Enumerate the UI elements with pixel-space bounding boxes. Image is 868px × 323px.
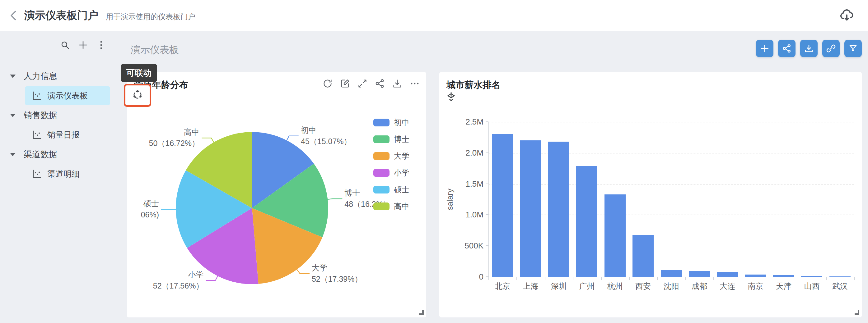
- main-area: 演示仪表板 学历年龄分布 初中45（15.07%）博士48（16.2%）大学52…: [117, 31, 868, 323]
- x-tick-mark: [742, 277, 742, 280]
- y-tick-mark: [486, 214, 489, 215]
- bar-杭州[interactable]: [604, 194, 626, 277]
- pie-label-line: [202, 138, 214, 143]
- tree-item-演示仪表板[interactable]: 演示仪表板: [25, 86, 110, 105]
- x-category-label: 西安: [629, 281, 657, 291]
- linkage-highlight-box[interactable]: [124, 84, 151, 107]
- bar-chart: salary0500K1.0M1.5M2.0M2.5M北京上海深圳广州杭州西安沈…: [439, 72, 862, 317]
- legend-label: 大学: [394, 151, 409, 161]
- legend-swatch: [373, 135, 390, 143]
- x-category-label: 武汉: [826, 281, 854, 291]
- x-tick-mark: [489, 277, 489, 280]
- tree-group-label: 销售数据: [24, 110, 57, 121]
- portal-title: 演示仪表板门户: [24, 8, 98, 23]
- pie-label-value: 52（17.39%）: [312, 275, 363, 283]
- tree-group-销售数据[interactable]: 销售数据: [0, 106, 117, 124]
- pie-card-toolbar: [322, 78, 420, 89]
- y-tick-mark: [486, 184, 489, 184]
- pie-legend: 初中博士大学小学硕士高中: [373, 117, 409, 212]
- bar-南京[interactable]: [745, 275, 766, 277]
- x-tick-mark: [573, 277, 574, 280]
- y-tick-mark: [486, 121, 489, 122]
- x-tick-mark: [629, 277, 630, 280]
- tree-group-label: 人力信息: [24, 71, 57, 82]
- chevron-down-icon: [10, 114, 16, 117]
- chevron-down-icon: [10, 75, 16, 78]
- legend-item-初中[interactable]: 初中: [373, 117, 409, 128]
- tree-item-销量日报[interactable]: 销量日报: [25, 125, 110, 144]
- y-axis-title: salary: [445, 188, 455, 210]
- x-tick-mark: [517, 277, 517, 280]
- gridline: [489, 246, 854, 246]
- tree-group-label: 渠道数据: [24, 149, 57, 160]
- bar-沈阳[interactable]: [661, 270, 682, 277]
- gridline: [489, 153, 854, 153]
- dashboard-tree: 人力信息演示仪表板销售数据销量日报渠道数据渠道明细: [0, 59, 117, 183]
- tree-item-渠道明细[interactable]: 渠道明细: [25, 165, 110, 183]
- legend-swatch: [373, 169, 390, 177]
- legend-swatch: [373, 203, 390, 210]
- x-tick-mark: [798, 277, 798, 280]
- chevron-down-icon: [10, 153, 16, 156]
- x-category-label: 杭州: [601, 281, 629, 291]
- download-icon[interactable]: [392, 78, 403, 89]
- resize-handle[interactable]: [855, 310, 859, 315]
- pie-label-value: 50（16.72%）: [149, 139, 199, 147]
- bar-深圳[interactable]: [548, 142, 569, 277]
- tree-group-渠道数据[interactable]: 渠道数据: [0, 145, 117, 164]
- legend-label: 硕士: [394, 184, 409, 195]
- expand-icon[interactable]: [357, 78, 368, 89]
- share-icon[interactable]: [375, 78, 385, 89]
- x-tick-mark: [657, 277, 658, 280]
- gridline: [489, 122, 854, 122]
- legend-item-硕士[interactable]: 硕士: [373, 184, 409, 195]
- legend-label: 高中: [394, 201, 409, 212]
- x-category-label: 北京: [489, 281, 517, 291]
- pie-chart-card: 学历年龄分布 初中45（15.07%）博士48（16.2%）大学52（17.39…: [127, 72, 426, 317]
- bar-大连[interactable]: [717, 272, 738, 277]
- link-button[interactable]: [822, 40, 840, 57]
- y-tick-label: 2.0M: [454, 148, 484, 158]
- legend-item-高中[interactable]: 高中: [373, 201, 409, 212]
- search-icon[interactable]: [60, 40, 70, 50]
- bar-广州[interactable]: [576, 166, 597, 277]
- share-button[interactable]: [778, 40, 796, 57]
- x-tick-mark: [545, 277, 546, 280]
- filter-button[interactable]: [844, 40, 862, 57]
- back-button[interactable]: [7, 9, 21, 22]
- bar-card-title: 城市薪水排名: [446, 79, 501, 91]
- kebab-icon[interactable]: [96, 40, 106, 50]
- x-category-label: 沈阳: [657, 281, 685, 291]
- pie-label-line: [297, 269, 309, 274]
- plus-icon[interactable]: [78, 40, 88, 50]
- y-axis-line: [489, 122, 489, 277]
- legend-label: 小学: [394, 168, 409, 178]
- refresh-icon[interactable]: [322, 78, 333, 89]
- more-icon[interactable]: [409, 78, 420, 89]
- x-category-label: 大连: [713, 281, 741, 291]
- legend-item-博士[interactable]: 博士: [373, 134, 409, 144]
- bar-山西[interactable]: [801, 276, 822, 277]
- add-button[interactable]: [756, 40, 773, 57]
- bar-天津[interactable]: [773, 275, 794, 277]
- linkage-icon: [132, 89, 144, 102]
- tree-group-人力信息[interactable]: 人力信息: [0, 67, 117, 85]
- bar-上海[interactable]: [520, 140, 541, 277]
- legend-item-小学[interactable]: 小学: [373, 168, 409, 178]
- bar-成都[interactable]: [689, 271, 710, 277]
- drill-icon[interactable]: [445, 91, 457, 103]
- cloud-download-icon[interactable]: [839, 7, 855, 24]
- dashboard-portal-page: { "header": { "title": "演示仪表板门户", "subti…: [0, 0, 868, 323]
- resize-handle[interactable]: [419, 310, 424, 315]
- x-tick-mark: [601, 277, 602, 280]
- y-tick-mark: [486, 245, 489, 246]
- bar-西安[interactable]: [632, 235, 654, 277]
- legend-item-大学[interactable]: 大学: [373, 151, 409, 161]
- x-tick-mark: [854, 277, 855, 280]
- export-button[interactable]: [800, 40, 817, 57]
- tree-item-label: 演示仪表板: [47, 91, 88, 101]
- pie-label-name: 硕士: [143, 199, 159, 208]
- bar-北京[interactable]: [492, 134, 513, 277]
- edit-icon[interactable]: [340, 78, 350, 89]
- dashboard-actions: [756, 40, 862, 57]
